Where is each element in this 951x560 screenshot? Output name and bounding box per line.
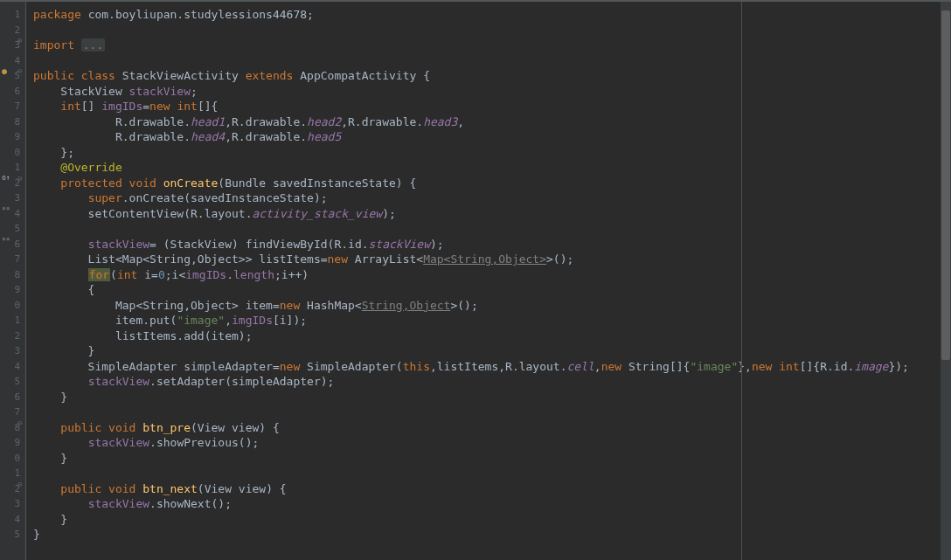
breakpoint-icon[interactable]: ▪▪	[2, 235, 14, 247]
code-line: stackView.showPrevious();	[33, 435, 951, 451]
code-line: List<Map<String,Object>> listItems=new A…	[33, 252, 951, 267]
code-line: @Override	[33, 160, 951, 176]
code-line: }	[33, 451, 951, 467]
editor-container: ● ⊕ ⊖ o↑ ⊖ ▪▪ ▪▪ ⊖ ⊖ 1 2 3 4 5 6 7 8 9 0…	[0, 2, 951, 560]
code-line: protected void onCreate(Bundle savedInst…	[33, 176, 951, 191]
margin-line	[741, 2, 742, 560]
code-line: {	[33, 282, 951, 298]
import-fold[interactable]: ...	[81, 38, 105, 52]
code-line: setContentView(R.layout.activity_stack_v…	[33, 206, 951, 222]
code-line: package com.boyliupan.studylessions44678…	[33, 7, 951, 23]
code-line: R.drawable.head1,R.drawable.head2,R.draw…	[33, 114, 951, 130]
code-line	[33, 466, 951, 481]
code-line: public void btn_next(View view) {	[33, 481, 951, 497]
code-line: int[] imgIDs=new int[]{	[33, 99, 951, 114]
code-line: listItems.add(item);	[33, 328, 951, 344]
code-line: }	[33, 512, 951, 528]
code-line: }	[33, 343, 951, 359]
code-line	[33, 404, 951, 420]
code-line: item.put("image",imgIDs[i]);	[33, 313, 951, 328]
code-line	[33, 53, 951, 69]
scrollbar-thumb[interactable]	[941, 10, 950, 360]
code-line: };	[33, 145, 951, 161]
gutter[interactable]: ● ⊕ ⊖ o↑ ⊖ ▪▪ ▪▪ ⊖ ⊖ 1 2 3 4 5 6 7 8 9 0…	[0, 2, 26, 560]
code-line: stackView.showNext();	[33, 496, 951, 512]
code-line: stackView= (StackView) findViewById(R.id…	[33, 237, 951, 252]
line-numbers: 1 2 3 4 5 6 7 8 9 0 1 2 3 4 5 6 7 8 9 0 …	[14, 7, 20, 543]
code-line	[33, 23, 951, 38]
breakpoint-icon[interactable]: ▪▪	[2, 204, 14, 217]
code-line: import ...	[33, 38, 951, 53]
class-icon[interactable]: ●	[2, 66, 14, 79]
override-icon[interactable]: o↑	[2, 174, 14, 186]
code-line: super.onCreate(savedInstanceState);	[33, 190, 951, 206]
code-line: public class StackViewActivity extends A…	[33, 68, 951, 84]
code-line: for(int i=0;i<imgIDs.length;i++)	[33, 267, 951, 283]
code-line: SimpleAdapter simpleAdapter=new SimpleAd…	[33, 359, 951, 375]
code-line: StackView stackView;	[33, 84, 951, 100]
code-line: }	[33, 390, 951, 405]
code-line: Map<String,Object> item=new HashMap<Stri…	[33, 298, 951, 314]
code-line	[33, 221, 951, 237]
code-area[interactable]: package com.boyliupan.studylessions44678…	[26, 2, 951, 560]
scrollbar-vertical[interactable]	[941, 2, 951, 560]
code-line: stackView.setAdapter(simpleAdapter);	[33, 374, 951, 390]
code-line: R.drawable.head4,R.drawable.head5	[33, 129, 951, 145]
code-line: public void btn_pre(View view) {	[33, 420, 951, 436]
code-line: }	[33, 527, 951, 543]
